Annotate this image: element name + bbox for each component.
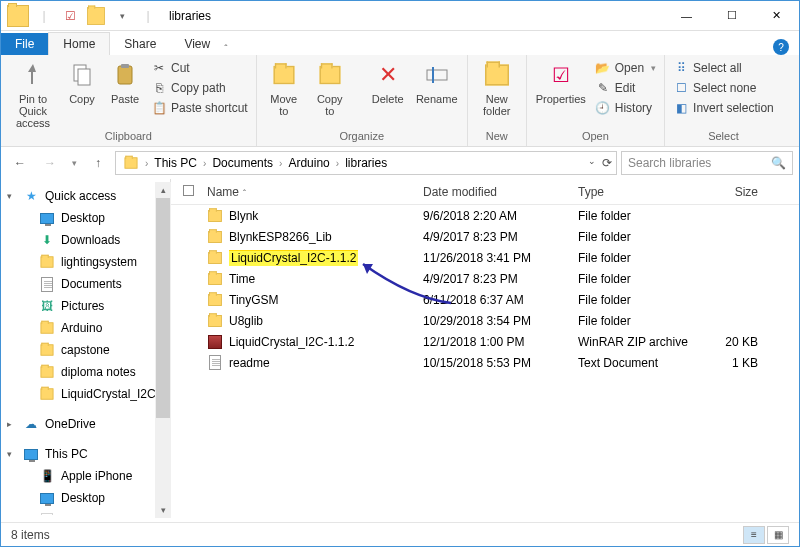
copy-to-button[interactable]: Copy to — [309, 59, 351, 117]
scroll-down-icon[interactable]: ▾ — [155, 502, 171, 518]
crumb-thispc[interactable]: This PC — [151, 156, 200, 170]
group-clipboard-label: Clipboard — [7, 130, 250, 144]
rename-button[interactable]: Rename — [413, 59, 461, 105]
nav-pictures[interactable]: 🖼Pictures — [1, 295, 170, 317]
nav-recent-dropdown[interactable]: ▾ — [67, 150, 81, 176]
copy-button[interactable]: Copy — [63, 59, 101, 105]
pin-to-quick-access-button[interactable]: Pin to Quick access — [7, 59, 59, 129]
nav-pc-documents[interactable]: Documents — [1, 509, 170, 515]
history-button[interactable]: 🕘History — [593, 99, 658, 117]
col-type-header[interactable]: Type — [578, 185, 706, 199]
folder-icon — [207, 229, 223, 245]
search-input[interactable]: Search libraries 🔍 — [621, 151, 793, 175]
close-button[interactable]: ✕ — [754, 1, 799, 31]
nav-capstone[interactable]: capstone — [1, 339, 170, 361]
nav-desktop[interactable]: Desktop — [1, 207, 170, 229]
scroll-thumb[interactable] — [156, 198, 170, 418]
select-none-button[interactable]: ☐Select none — [671, 79, 776, 97]
star-icon: ★ — [23, 188, 39, 204]
nav-downloads[interactable]: ⬇Downloads — [1, 229, 170, 251]
thispc-icon — [23, 446, 39, 462]
group-select-label: Select — [671, 130, 776, 144]
onedrive-icon: ☁ — [23, 416, 39, 432]
nav-diploma-notes[interactable]: diploma notes — [1, 361, 170, 383]
scroll-up-icon[interactable]: ▴ — [155, 182, 171, 198]
table-row[interactable]: LiquidCrystal_I2C-1.1.211/26/2018 3:41 P… — [171, 247, 799, 268]
nav-quick-access[interactable]: ▾★Quick access — [1, 185, 170, 207]
file-name: Blynk — [229, 209, 258, 223]
tab-file[interactable]: File — [1, 33, 48, 55]
paste-button[interactable]: Paste — [105, 59, 145, 105]
table-row[interactable]: Time4/9/2017 8:23 PMFile folder — [171, 268, 799, 289]
status-bar: 8 items ≡ ▦ — [1, 522, 799, 546]
crumb-documents[interactable]: Documents — [209, 156, 276, 170]
maximize-button[interactable]: ☐ — [709, 1, 754, 31]
crumb-arduino[interactable]: Arduino — [285, 156, 332, 170]
qat-newfolder-icon[interactable] — [85, 5, 107, 27]
nav-up-button[interactable]: ↑ — [85, 150, 111, 176]
nav-thispc[interactable]: ▾This PC — [1, 443, 170, 465]
nav-pc-desktop[interactable]: Desktop — [1, 487, 170, 509]
qat-properties-icon[interactable]: ☑ — [59, 5, 81, 27]
properties-icon: ☑ — [545, 59, 577, 91]
invert-selection-button[interactable]: ◧Invert selection — [671, 99, 776, 117]
nav-back-button[interactable]: ← — [7, 150, 33, 176]
move-to-button[interactable]: Move to — [263, 59, 305, 117]
view-details-button[interactable]: ≡ — [743, 526, 765, 544]
select-all-button[interactable]: ⠿Select all — [671, 59, 776, 77]
table-row[interactable]: TinyGSM6/11/2018 6:37 AMFile folder — [171, 289, 799, 310]
address-bar-row: ← → ▾ ↑ › This PC › Documents › Arduino … — [1, 147, 799, 179]
col-size-header[interactable]: Size — [706, 185, 766, 199]
nav-documents[interactable]: Documents — [1, 273, 170, 295]
table-row[interactable]: U8glib10/29/2018 3:54 PMFile folder — [171, 310, 799, 331]
nav-arduino[interactable]: Arduino — [1, 317, 170, 339]
nav-lightingsystem[interactable]: lightingsystem — [1, 251, 170, 273]
crumb-libraries[interactable]: libraries — [342, 156, 390, 170]
table-row[interactable]: Blynk9/6/2018 2:20 AMFile folder — [171, 205, 799, 226]
nav-apple-iphone[interactable]: 📱Apple iPhone — [1, 465, 170, 487]
folder-icon — [207, 208, 223, 224]
nav-liquidcrystal[interactable]: LiquidCrystal_I2C — [1, 383, 170, 405]
help-button[interactable]: ? — [773, 39, 789, 55]
open-button[interactable]: 📂Open▾ — [593, 59, 658, 77]
tab-share[interactable]: Share — [110, 33, 170, 55]
refresh-button[interactable]: ⟳ — [602, 156, 612, 170]
table-row[interactable]: LiquidCrystal_I2C-1.1.212/1/2018 1:00 PM… — [171, 331, 799, 352]
tab-home[interactable]: Home — [48, 32, 110, 55]
view-large-icons-button[interactable]: ▦ — [767, 526, 789, 544]
navigation-pane[interactable]: ▾★Quick access Desktop ⬇Downloads lighti… — [1, 179, 171, 515]
file-date: 4/9/2017 8:23 PM — [423, 272, 578, 286]
addr-dropdown-icon[interactable]: ⌄ — [588, 156, 596, 170]
cut-button[interactable]: ✂Cut — [149, 59, 250, 77]
new-folder-button[interactable]: New folder — [474, 59, 520, 117]
table-row[interactable]: BlynkESP8266_Lib4/9/2017 8:23 PMFile fol… — [171, 226, 799, 247]
col-checkbox[interactable] — [183, 185, 207, 199]
address-bar[interactable]: › This PC › Documents › Arduino › librar… — [115, 151, 617, 175]
edit-button[interactable]: ✎Edit — [593, 79, 658, 97]
crumb-root-icon[interactable] — [120, 156, 142, 170]
qat-dropdown-icon[interactable]: ▾ — [111, 5, 133, 27]
svg-rect-5 — [427, 70, 447, 80]
col-name-header[interactable]: Nameˆ — [207, 185, 423, 199]
table-row[interactable]: readme10/15/2018 5:53 PMText Document1 K… — [171, 352, 799, 373]
delete-button[interactable]: ✕ Delete — [367, 59, 409, 105]
tab-view[interactable]: View — [170, 33, 224, 55]
col-date-header[interactable]: Date modified — [423, 185, 578, 199]
nav-onedrive[interactable]: ▸☁OneDrive — [1, 413, 170, 435]
copy-path-button[interactable]: ⎘Copy path — [149, 79, 250, 97]
crumb-sep[interactable]: › — [333, 158, 342, 169]
rename-icon — [421, 59, 453, 91]
file-size: 1 KB — [706, 356, 766, 370]
paste-shortcut-button[interactable]: 📋Paste shortcut — [149, 99, 250, 117]
window-title: libraries — [169, 9, 211, 23]
crumb-sep[interactable]: › — [200, 158, 209, 169]
crumb-sep[interactable]: › — [276, 158, 285, 169]
nav-forward-button[interactable]: → — [37, 150, 63, 176]
minimize-button[interactable]: — — [664, 1, 709, 31]
delete-icon: ✕ — [372, 59, 404, 91]
crumb-sep[interactable]: › — [142, 158, 151, 169]
properties-button[interactable]: ☑ Properties — [533, 59, 589, 105]
folder-icon — [207, 313, 223, 329]
ribbon-expand-icon[interactable]: ˆ — [224, 44, 227, 55]
navpane-scrollbar[interactable]: ▴ ▾ — [155, 182, 171, 518]
